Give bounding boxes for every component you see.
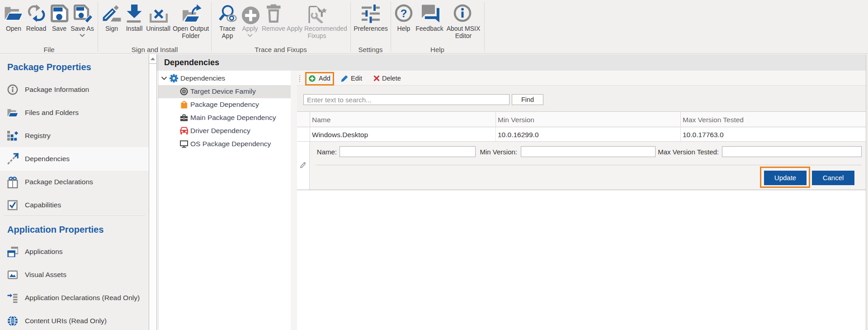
svg-text:?: ? <box>401 7 407 19</box>
